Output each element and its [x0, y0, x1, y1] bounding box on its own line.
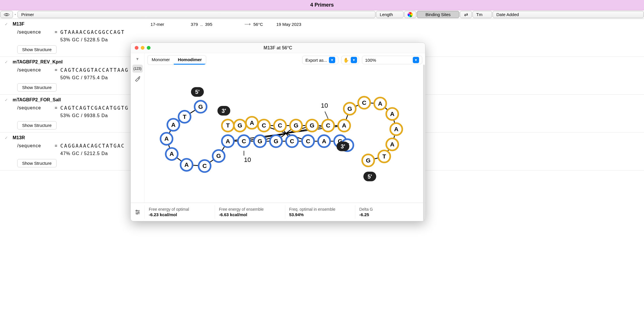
svg-text:C: C — [306, 138, 310, 144]
svg-text:C: C — [290, 138, 294, 144]
export-dropdown[interactable]: Export as... ▼ — [302, 56, 338, 64]
tm-value: 56°C — [253, 22, 276, 27]
hand-icon: ✋ — [343, 57, 349, 63]
length-value: 17-mer — [151, 22, 191, 27]
sequence-label: /sequence — [17, 67, 52, 73]
svg-text:10: 10 — [321, 102, 328, 109]
header-color[interactable] — [404, 11, 416, 18]
show-structure-button[interactable]: Show Structure — [17, 45, 57, 54]
equals: = — [52, 30, 60, 35]
svg-text:A: A — [390, 141, 394, 148]
equals: = — [52, 67, 60, 73]
direction-icon: ⟶ — [242, 22, 253, 27]
rainbow-icon — [408, 12, 413, 17]
svg-text:3': 3' — [222, 108, 226, 114]
svg-point-0 — [6, 14, 7, 16]
date-value: 19 May 2023 — [276, 22, 301, 27]
header-date[interactable]: Date Added — [493, 11, 644, 18]
sequence-label: /sequence — [17, 30, 52, 35]
svg-text:G: G — [274, 138, 278, 144]
sequence-label: /sequence — [17, 105, 52, 111]
svg-text:C: C — [203, 162, 207, 169]
sequence-label: /sequence — [17, 143, 52, 148]
svg-text:G: G — [258, 138, 262, 144]
svg-text:A: A — [378, 100, 382, 107]
svg-text:G: G — [294, 122, 298, 129]
svg-text:A: A — [322, 138, 326, 144]
title-bar: 4 Primers — [0, 0, 644, 10]
svg-text:5': 5' — [195, 89, 200, 95]
svg-text:3': 3' — [341, 143, 345, 150]
header-length[interactable]: Length — [376, 11, 404, 18]
svg-text:A: A — [226, 138, 230, 144]
visibility-dropdown[interactable]: ▾ — [13, 10, 17, 19]
svg-line-118 — [325, 112, 328, 119]
checkbox[interactable]: ✓ — [0, 22, 13, 26]
svg-text:A: A — [171, 121, 176, 128]
svg-text:C: C — [278, 122, 282, 129]
svg-text:C: C — [326, 122, 330, 129]
sidebar-style[interactable] — [132, 74, 143, 82]
svg-text:G: G — [310, 122, 314, 129]
window-title: M13F at 56°C — [131, 45, 425, 51]
svg-text:A: A — [394, 126, 398, 132]
chevron-down-icon: ▼ — [329, 57, 335, 63]
svg-text:T: T — [183, 113, 186, 120]
show-structure-button[interactable]: Show Structure — [17, 159, 57, 167]
checkbox[interactable]: ✓ — [0, 135, 13, 140]
svg-text:G: G — [366, 157, 371, 164]
svg-text:A: A — [390, 111, 394, 117]
structure-canvas[interactable]: GTAAAACGACGGCCAGTTGACCGGCAGCAAAATG5'3'3'… — [144, 67, 425, 171]
svg-text:A: A — [169, 150, 174, 157]
primer-name: mTAGBFP2_FOR_SalI — [13, 97, 151, 102]
chevron-down-icon: ▼ — [351, 57, 357, 63]
main-area: Monomer Homodimer Export as... ▼ ✋ ▼ 100… — [144, 53, 425, 171]
sidebar-collapse[interactable]: ▼ — [132, 55, 143, 63]
svg-text:G: G — [347, 105, 352, 112]
scrollbar[interactable] — [423, 65, 425, 171]
header-primer[interactable]: Primer — [18, 11, 375, 18]
primer-name: M13R — [13, 135, 151, 140]
tab-group: Monomer Homodimer — [147, 55, 206, 65]
chevron-down-icon: ▼ — [413, 57, 419, 63]
pan-tool[interactable]: ✋ ▼ — [341, 56, 359, 64]
primer-name: mTAGBFP2_REV_KpnI — [13, 59, 151, 65]
sequence-value: GTAAAACGACGGCCAGT — [60, 29, 125, 35]
svg-text:A: A — [250, 119, 254, 126]
sequence-value: CAGTCAGTCGACATGGTG — [60, 105, 129, 111]
header-binding-sites[interactable]: Binding Sites — [417, 11, 459, 18]
equals: = — [52, 105, 60, 111]
zoom-value: 100% — [365, 58, 411, 63]
svg-text:C: C — [362, 99, 366, 106]
title-text: 4 Primers — [310, 2, 334, 8]
show-structure-button[interactable]: Show Structure — [17, 121, 57, 129]
sequence-value: CAGGAAACAGCTATGAC — [60, 143, 125, 149]
sidebar-numbering[interactable]: (123) — [132, 65, 143, 73]
left-sidebar: ▼ (123) — [131, 53, 144, 171]
header-tm[interactable]: Tm — [473, 11, 492, 18]
visibility-header[interactable] — [0, 11, 13, 18]
binding-value: 379 .. 395 — [191, 22, 242, 27]
svg-text:C: C — [242, 138, 246, 144]
svg-text:G: G — [216, 152, 221, 159]
export-label: Export as... — [305, 58, 327, 63]
column-headers: ▾ Primer Length Binding Sites ⇄ Tm Date … — [0, 10, 644, 19]
checkbox[interactable]: ✓ — [0, 60, 13, 64]
checkbox[interactable]: ✓ — [0, 98, 13, 102]
tab-homodimer[interactable]: Homodimer — [174, 55, 206, 65]
zoom-dropdown[interactable]: 100% ▼ — [362, 56, 422, 64]
show-structure-button[interactable]: Show Structure — [17, 83, 57, 92]
svg-text:T: T — [226, 122, 230, 129]
svg-text:C: C — [262, 122, 266, 129]
primer-name: M13F — [13, 22, 151, 27]
window-titlebar[interactable]: M13F at 56°C — [131, 43, 425, 53]
svg-text:10: 10 — [244, 156, 251, 163]
tab-monomer[interactable]: Monomer — [148, 55, 174, 65]
svg-text:G: G — [238, 122, 242, 129]
svg-text:A: A — [164, 135, 169, 142]
equals: = — [52, 143, 60, 148]
header-direction[interactable]: ⇄ — [460, 11, 472, 18]
svg-text:T: T — [382, 153, 386, 160]
sequence-value: CAGTCAGGTACCATTAAG — [60, 67, 129, 73]
svg-text:A: A — [184, 161, 189, 168]
